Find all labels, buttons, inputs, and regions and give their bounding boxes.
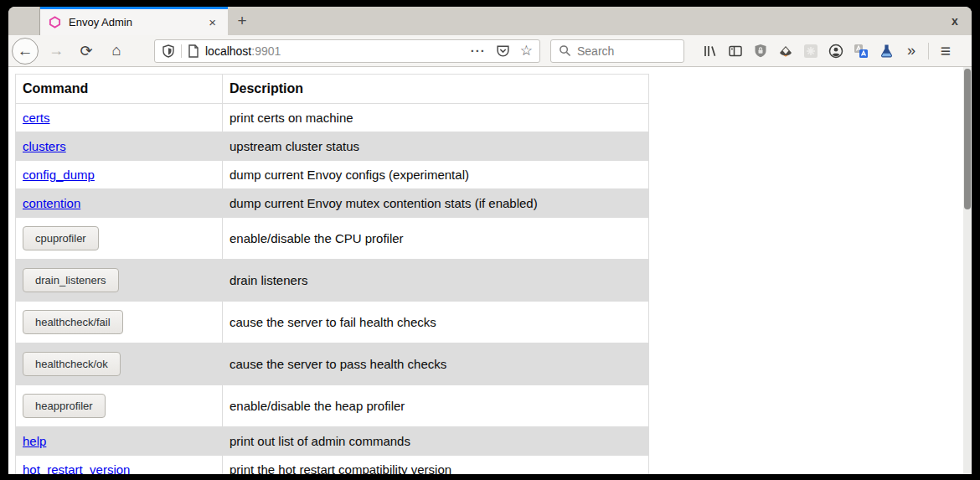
command-link[interactable]: certs <box>23 111 50 125</box>
command-cell: heapprofiler <box>16 385 223 427</box>
table-header-row: Command Description <box>16 75 649 104</box>
forward-button[interactable]: → <box>44 39 69 64</box>
command-link[interactable]: clusters <box>23 139 66 153</box>
table-row: certsprint certs on machine <box>16 104 649 132</box>
extension-translate-icon[interactable] <box>848 39 874 64</box>
table-row: contentiondump current Envoy mutex conte… <box>16 189 649 218</box>
table-row: clustersupstream cluster status <box>16 132 649 161</box>
command-link[interactable]: config_dump <box>23 168 95 182</box>
pocket-icon[interactable] <box>496 44 510 58</box>
command-cell: healthcheck/ok <box>16 343 223 385</box>
tab-bar: Envoy Admin × + x <box>8 7 972 35</box>
tab-strip-spacer <box>8 7 40 35</box>
url-host: localhost <box>205 44 251 58</box>
page-viewport: Command Description certsprint certs on … <box>8 67 972 474</box>
table-row: helpprint out list of admin commands <box>16 427 649 456</box>
page-actions-icon[interactable]: ··· <box>471 44 486 58</box>
description-cell: dump current Envoy configs (experimental… <box>223 161 649 189</box>
extension-badger-icon[interactable] <box>773 39 798 64</box>
toolbar-divider <box>928 43 929 59</box>
command-button[interactable]: heapprofiler <box>23 394 106 418</box>
description-cell: drain listeners <box>223 260 649 302</box>
search-placeholder: Search <box>577 44 614 58</box>
extension-disabled-gray-icon[interactable] <box>798 39 823 64</box>
description-cell: print the hot restart compatibility vers… <box>223 456 649 475</box>
command-cell: healthcheck/fail <box>16 302 223 343</box>
toolbar-extension-area: » ≡ <box>698 39 958 64</box>
table-row: hot_restart_versionprint the hot restart… <box>16 456 649 475</box>
command-cell: cpuprofiler <box>16 218 223 260</box>
command-button[interactable]: healthcheck/fail <box>23 310 123 334</box>
description-cell: cause the server to fail health checks <box>223 302 649 343</box>
command-link[interactable]: hot_restart_version <box>23 462 130 474</box>
command-cell: help <box>16 427 223 456</box>
command-cell: contention <box>16 189 223 218</box>
table-row: drain_listenersdrain listeners <box>16 260 649 302</box>
page-info-icon[interactable] <box>188 44 199 58</box>
command-button[interactable]: healthcheck/ok <box>23 352 121 376</box>
window-close-button[interactable]: x <box>938 7 972 35</box>
url-port: :9901 <box>251 44 281 58</box>
description-cell: upstream cluster status <box>223 132 649 161</box>
table-row: healthcheck/failcause the server to fail… <box>16 302 649 343</box>
tab-envoy-admin[interactable]: Envoy Admin × <box>40 7 228 35</box>
tab-strip-empty <box>256 7 938 35</box>
command-table-body: certsprint certs on machineclustersupstr… <box>16 104 649 475</box>
envoy-admin-page: Command Description certsprint certs on … <box>8 67 972 474</box>
command-link[interactable]: contention <box>23 196 80 210</box>
command-link[interactable]: help <box>23 434 46 448</box>
overflow-chevron-icon[interactable]: » <box>899 39 924 64</box>
command-cell: certs <box>16 104 223 132</box>
envoy-favicon-icon <box>49 16 62 29</box>
library-icon[interactable] <box>698 39 723 64</box>
tracking-protection-shield-icon[interactable] <box>162 44 175 58</box>
description-cell: enable/disable the heap profiler <box>223 385 649 427</box>
description-column-header: Description <box>223 75 649 104</box>
table-row: heapprofilerenable/disable the heap prof… <box>16 385 649 427</box>
extension-flask-icon[interactable] <box>874 39 899 64</box>
table-row: healthcheck/okcause the server to pass h… <box>16 343 649 385</box>
navigation-toolbar: ← → ⟳ ⌂ localhost:9901 ··· ☆ Search <box>8 35 972 67</box>
description-cell: print certs on machine <box>223 104 649 132</box>
reload-button[interactable]: ⟳ <box>74 39 99 64</box>
browser-window: Envoy Admin × + x ← → ⟳ ⌂ localhost:9901… <box>8 7 972 474</box>
command-button[interactable]: drain_listeners <box>23 268 119 292</box>
home-button[interactable]: ⌂ <box>104 39 129 64</box>
command-column-header: Command <box>16 75 223 104</box>
admin-command-table: Command Description certsprint certs on … <box>15 74 649 474</box>
description-cell: dump current Envoy mutex contention stat… <box>223 189 649 218</box>
new-tab-button[interactable]: + <box>228 7 256 35</box>
url-bar[interactable]: localhost:9901 ··· ☆ <box>154 39 540 63</box>
description-cell: enable/disable the CPU profiler <box>223 218 649 260</box>
urlbar-divider <box>181 44 182 58</box>
search-icon <box>559 44 571 57</box>
extension-shield-lock-icon[interactable] <box>748 39 773 64</box>
account-person-icon[interactable] <box>823 39 848 64</box>
command-cell: config_dump <box>16 161 223 189</box>
command-button[interactable]: cpuprofiler <box>23 226 99 250</box>
back-button[interactable]: ← <box>12 38 39 65</box>
hamburger-menu-icon[interactable]: ≡ <box>933 39 958 64</box>
search-bar[interactable]: Search <box>550 39 684 63</box>
command-cell: drain_listeners <box>16 260 223 302</box>
table-row: config_dumpdump current Envoy configs (e… <box>16 161 649 189</box>
tab-title: Envoy Admin <box>69 16 205 28</box>
bookmark-star-icon[interactable]: ☆ <box>520 42 533 59</box>
description-cell: cause the server to pass health checks <box>223 343 649 385</box>
tab-close-icon[interactable]: × <box>205 15 219 29</box>
table-row: cpuprofilerenable/disable the CPU profil… <box>16 218 649 260</box>
command-cell: hot_restart_version <box>16 456 223 475</box>
scrollbar-thumb[interactable] <box>964 69 971 209</box>
sidebar-toggle-icon[interactable] <box>723 39 748 64</box>
command-cell: clusters <box>16 132 223 161</box>
description-cell: print out list of admin commands <box>223 427 649 456</box>
vertical-scrollbar[interactable] <box>963 67 972 474</box>
